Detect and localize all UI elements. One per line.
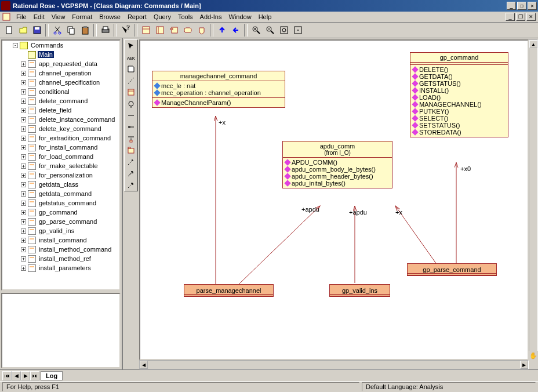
vertical-scrollbar[interactable]: ▲ ▼ — [529, 39, 538, 360]
copy-button[interactable] — [64, 24, 78, 37]
browse-state-button[interactable] — [181, 24, 194, 37]
selection-tool[interactable] — [125, 40, 137, 52]
expander-icon[interactable]: + — [21, 201, 26, 206]
tree-node[interactable]: +for_load_command — [2, 152, 119, 161]
expander-icon[interactable]: + — [21, 80, 26, 85]
menu-window[interactable]: Window — [226, 12, 255, 21]
browse-class-button[interactable] — [139, 24, 152, 37]
expander-icon[interactable]: + — [21, 238, 26, 243]
class-gp-valid-ins[interactable]: gp_valid_ins — [329, 284, 390, 297]
expander-icon[interactable]: + — [21, 89, 26, 95]
mdi-restore[interactable]: ❐ — [516, 13, 525, 21]
tree-node[interactable]: Main — [2, 50, 119, 59]
log-last-button[interactable]: ⏭ — [30, 371, 39, 380]
save-button[interactable] — [30, 24, 43, 37]
documentation-pane[interactable] — [1, 293, 121, 368]
zoom-out-button[interactable] — [263, 24, 277, 37]
expander-icon[interactable]: + — [21, 173, 26, 178]
browser-tree[interactable]: -CommandsMain+app_requested_data+channel… — [1, 39, 121, 291]
interface-tool[interactable] — [125, 98, 137, 110]
expander-icon[interactable]: + — [21, 117, 26, 122]
package-tool[interactable] — [125, 144, 137, 156]
tree-node[interactable]: +getstatus_command — [2, 198, 119, 208]
mdi-minimize[interactable]: _ — [506, 13, 515, 21]
tree-node[interactable]: +conditional — [2, 87, 119, 96]
paste-button[interactable] — [78, 24, 92, 37]
log-prev-button[interactable]: ◀ — [12, 371, 21, 380]
tree-node[interactable]: +gp_command — [2, 208, 119, 217]
class-apdu-comm[interactable]: apdu_comm (from I_O) APDU_COMM() apdu_co… — [282, 141, 392, 188]
menu-format[interactable]: Format — [68, 12, 96, 21]
tree-node[interactable]: -Commands — [2, 41, 119, 50]
browse-parent-button[interactable] — [215, 24, 228, 37]
expander-icon[interactable]: + — [21, 61, 26, 67]
log-tab[interactable]: Log — [41, 371, 63, 380]
menu-addins[interactable]: Add-Ins — [197, 12, 226, 21]
tree-node[interactable]: +for_install_command — [2, 143, 119, 152]
cut-button[interactable] — [50, 24, 64, 37]
aggregation-tool[interactable] — [125, 121, 137, 133]
fit-window-button[interactable] — [277, 24, 290, 37]
tree-node[interactable]: +install_command — [2, 235, 119, 245]
print-button[interactable] — [99, 24, 112, 37]
class-managechannel-command[interactable]: managechannel_command mcc_le : nat mcc_o… — [152, 71, 285, 108]
menu-query[interactable]: Query — [150, 12, 175, 21]
diagram-canvas[interactable]: managechannel_command mcc_le : nat mcc_o… — [139, 39, 529, 360]
tree-node[interactable]: +app_requested_data — [2, 59, 119, 68]
expander-icon[interactable]: + — [21, 71, 26, 76]
pan-icon[interactable]: ✋ — [529, 351, 538, 360]
tree-node[interactable]: +for_personalization — [2, 170, 119, 180]
menu-browse[interactable]: Browse — [96, 12, 124, 21]
menu-report[interactable]: Report — [124, 12, 150, 21]
tree-node[interactable]: +delete_instance_command — [2, 115, 119, 124]
association-class-tool[interactable] — [125, 133, 137, 144]
mdi-close[interactable]: ✕ — [526, 13, 536, 21]
expander-icon[interactable]: + — [21, 164, 26, 169]
note-tool[interactable] — [125, 63, 137, 75]
tree-node[interactable]: +gp_parse_command — [2, 217, 119, 226]
expander-icon[interactable]: + — [21, 247, 26, 252]
scroll-up-button[interactable]: ▲ — [529, 40, 537, 48]
zoom-in-button[interactable] — [249, 24, 263, 37]
expander-icon[interactable]: + — [21, 182, 26, 187]
expander-icon[interactable]: + — [21, 210, 26, 215]
anchor-tool[interactable] — [125, 75, 137, 86]
expander-icon[interactable]: + — [21, 99, 26, 104]
class-gp-parse-command[interactable]: gp_parse_command — [407, 263, 497, 276]
expander-icon[interactable]: + — [21, 154, 26, 159]
tree-node[interactable]: +channel_operation — [2, 68, 119, 78]
menu-edit[interactable]: Edit — [30, 12, 48, 21]
tree-node[interactable]: +getdata_class — [2, 180, 119, 189]
expander-icon[interactable]: - — [13, 43, 18, 48]
expander-icon[interactable]: + — [21, 145, 26, 150]
expander-icon[interactable]: + — [21, 126, 26, 132]
expander-icon[interactable]: + — [21, 228, 26, 234]
tree-node[interactable]: +for_make_selectable — [2, 161, 119, 170]
browse-prev-button[interactable] — [229, 24, 242, 37]
expander-icon[interactable]: + — [21, 191, 26, 197]
tree-node[interactable]: +delete_field — [2, 106, 119, 115]
close-button[interactable]: ✕ — [528, 2, 537, 10]
tree-node[interactable]: +install_method_command — [2, 245, 119, 254]
realize-tool[interactable] — [125, 179, 137, 191]
class-gp-command[interactable]: gp_command DELETE() GETDATA() GETSTATUS(… — [410, 52, 508, 137]
scroll-left-button[interactable]: ◀ — [140, 361, 148, 369]
tree-node[interactable]: +delete_key_command — [2, 124, 119, 133]
text-tool[interactable]: ABC — [125, 52, 137, 63]
open-button[interactable] — [16, 24, 30, 37]
log-first-button[interactable]: ⏮ — [2, 371, 12, 380]
tree-node[interactable]: +channel_specification — [2, 78, 119, 87]
generalization-tool[interactable] — [125, 168, 137, 179]
menu-view[interactable]: View — [48, 12, 69, 21]
menu-tools[interactable]: Tools — [175, 12, 197, 21]
expander-icon[interactable]: + — [21, 136, 26, 141]
tree-node[interactable]: +install_method_ref — [2, 254, 119, 263]
minimize-button[interactable]: _ — [507, 2, 516, 10]
tree-node[interactable]: +delete_command — [2, 96, 119, 106]
expander-icon[interactable]: + — [21, 256, 26, 262]
browse-component-button[interactable] — [167, 24, 180, 37]
new-button[interactable] — [2, 24, 16, 37]
tree-node[interactable]: +getdata_command — [2, 189, 119, 198]
maximize-button[interactable]: ❐ — [517, 2, 526, 10]
tree-node[interactable]: +for_extradition_command — [2, 133, 119, 143]
